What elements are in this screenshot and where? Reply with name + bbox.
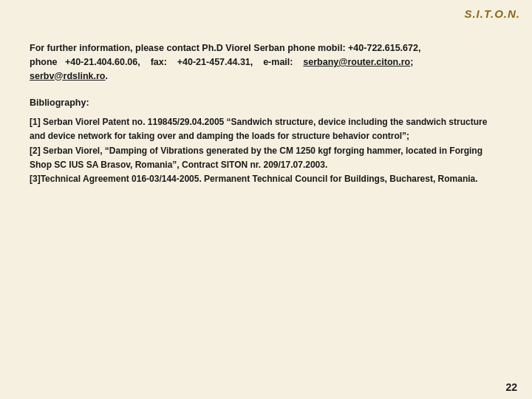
bibliography-entry-3: [3]Technical Agreement 016-03/144-2005. … xyxy=(30,172,502,186)
contact-text: For further information, please contact … xyxy=(30,41,502,83)
page-number: 22 xyxy=(505,381,517,393)
bibliography-entry-2: [2] Serban Viorel, “Damping of Vibration… xyxy=(30,144,502,172)
bibliography-entries: [1] Serban Viorel Patent no. 119845/29.0… xyxy=(30,115,502,186)
top-bar: S.I.T.O.N. xyxy=(0,0,532,27)
contact-section: For further information, please contact … xyxy=(30,41,502,83)
bibliography-title: Bibliography: xyxy=(30,98,502,108)
logo: S.I.T.O.N. xyxy=(464,7,520,20)
bibliography-entry-1: [1] Serban Viorel Patent no. 119845/29.0… xyxy=(30,115,502,143)
bibliography-section: Bibliography: [1] Serban Viorel Patent n… xyxy=(30,98,502,186)
email-link-1[interactable]: serbany@router.citon.ro xyxy=(303,57,410,67)
content-area: For further information, please contact … xyxy=(15,27,517,377)
email-link-2[interactable]: serbv@rdslink.ro xyxy=(30,71,106,81)
